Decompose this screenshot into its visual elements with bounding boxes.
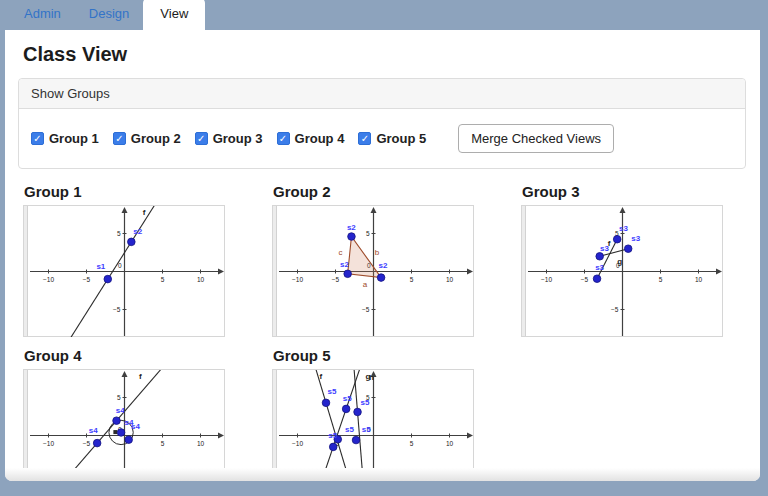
group-3-block: Group 3−10−55105−50fgs3s3s3s3 [521, 183, 723, 337]
group-graphs-grid: Group 1−10−55105−50fs1s2Group 2−10−55105… [23, 183, 746, 481]
y-tick-label: 5 [117, 394, 121, 401]
point-label-s5: s5 [343, 394, 352, 403]
group-title: Group 5 [273, 347, 474, 364]
show-groups-panel: Show Groups ✓ Group 1 ✓ Group 2 ✓ Group … [18, 78, 746, 169]
checkbox-checked-icon[interactable]: ✓ [113, 132, 126, 145]
x-tick-label: −5 [83, 440, 91, 447]
x-axis-arrow-icon [467, 433, 473, 439]
point-label-s2: s2 [133, 227, 142, 236]
graph-side-strip [24, 206, 28, 336]
y-tick-label: −5 [611, 306, 619, 313]
x-axis-arrow-icon [467, 269, 473, 275]
x-tick-label: −10 [541, 276, 552, 283]
checkbox-group-3[interactable]: ✓ Group 3 [195, 131, 263, 146]
y-tick-label: 5 [366, 230, 370, 237]
group-1-block: Group 1−10−55105−50fs1s2 [23, 183, 225, 337]
edge-label-c: c [339, 248, 343, 257]
graph-panel: −10−55105−50cbas2s2s2 [272, 205, 474, 337]
x-tick-label: 10 [197, 276, 205, 283]
page-title: Class View [23, 43, 746, 66]
line-label-f: f [139, 372, 142, 381]
group-title: Group 3 [522, 183, 723, 200]
group-5-block: Group 5−10−55105−50fghs5s5s5s5s5s5 [272, 347, 474, 481]
graph-panel: −10−55105−50fs4s4s4s4 [23, 369, 225, 481]
tab-view[interactable]: View [143, 0, 205, 30]
y-tick-label: −5 [362, 306, 370, 313]
point-label-s4: s4 [131, 422, 140, 431]
x-axis-arrow-icon [218, 269, 224, 275]
square-marker [113, 430, 117, 434]
x-tick-label: −10 [43, 440, 54, 447]
x-tick-label: 5 [659, 276, 663, 283]
group-title: Group 1 [24, 183, 225, 200]
checkbox-checked-icon[interactable]: ✓ [277, 132, 290, 145]
line-g [278, 370, 431, 481]
tab-admin[interactable]: Admin [10, 0, 75, 30]
checkbox-label: Group 1 [49, 131, 99, 146]
point-s4 [93, 439, 101, 447]
point-label-s1: s1 [96, 262, 105, 271]
checkbox-group-4[interactable]: ✓ Group 4 [277, 131, 345, 146]
checkbox-checked-icon[interactable]: ✓ [31, 132, 44, 145]
point-label-s3: s3 [595, 263, 604, 272]
y-tick-label: −5 [113, 306, 121, 313]
main-content: Class View Show Groups ✓ Group 1 ✓ Group… [5, 30, 760, 481]
point-s5 [352, 436, 360, 444]
checkbox-group-2[interactable]: ✓ Group 2 [113, 131, 181, 146]
x-tick-label: 5 [161, 276, 165, 283]
graph-side-strip [24, 370, 28, 481]
checkbox-checked-icon[interactable]: ✓ [195, 132, 208, 145]
point-s3 [613, 235, 621, 243]
point-s4 [125, 436, 133, 444]
point-label-s5: s5 [328, 431, 337, 440]
checkbox-label: Group 5 [376, 131, 426, 146]
group-title: Group 2 [273, 183, 474, 200]
graph-side-strip [273, 370, 277, 481]
graph-panel: −10−55105−50fghs5s5s5s5s5s5 [272, 369, 474, 481]
edge-label-b: b [375, 248, 380, 257]
line-label-f: f [143, 208, 146, 217]
graph-canvas: −10−55105−50fgs3s3s3s3 [527, 206, 723, 337]
x-tick-label: 5 [410, 440, 414, 447]
checkbox-label: Group 3 [213, 131, 263, 146]
x-tick-label: −5 [332, 276, 340, 283]
checkbox-group-5[interactable]: ✓ Group 5 [358, 131, 426, 146]
x-tick-label: −10 [292, 440, 303, 447]
show-groups-header: Show Groups [19, 79, 745, 109]
point-label-s4: s4 [89, 426, 98, 435]
checkbox-checked-icon[interactable]: ✓ [358, 132, 371, 145]
group-2-block: Group 2−10−55105−50cbas2s2s2 [272, 183, 474, 337]
point-label-s3: s3 [631, 234, 640, 243]
checkbox-group-1[interactable]: ✓ Group 1 [31, 131, 99, 146]
point-s4 [113, 417, 121, 425]
tab-design[interactable]: Design [75, 0, 143, 30]
group-4-block: Group 4−10−55105−50fs4s4s4s4 [23, 347, 225, 481]
checkbox-label: Group 2 [131, 131, 181, 146]
point-s5 [342, 405, 350, 413]
group-title: Group 4 [24, 347, 225, 364]
x-tick-label: 10 [695, 276, 703, 283]
x-tick-label: 10 [197, 440, 205, 447]
line-label-f: f [320, 372, 323, 381]
point-label-s5: s5 [328, 387, 337, 396]
point-label-s5: s5 [361, 398, 370, 407]
point-label-s4: s4 [116, 406, 125, 415]
point-label-s3: s3 [600, 244, 609, 253]
x-tick-label: −5 [83, 276, 91, 283]
point-s5 [354, 408, 362, 416]
point-label-s5: s5 [345, 425, 354, 434]
graph-canvas: −10−55105−50fghs5s5s5s5s5s5 [278, 370, 474, 481]
graph-panel: −10−55105−50fgs3s3s3s3 [521, 205, 723, 337]
x-tick-label: 5 [410, 276, 414, 283]
point-s2 [128, 238, 136, 246]
line-label-h: h [369, 373, 374, 382]
graph-canvas: −10−55105−50fs4s4s4s4 [29, 370, 225, 481]
segment-label-g: g [617, 257, 622, 266]
graph-side-strip [522, 206, 526, 336]
merge-checked-views-button[interactable]: Merge Checked Views [458, 124, 614, 153]
y-axis-arrow-icon [122, 207, 128, 213]
point-s5 [322, 399, 330, 407]
y-tick-label: 5 [117, 230, 121, 237]
point-s2 [344, 270, 352, 278]
y-axis-arrow-icon [122, 371, 128, 377]
